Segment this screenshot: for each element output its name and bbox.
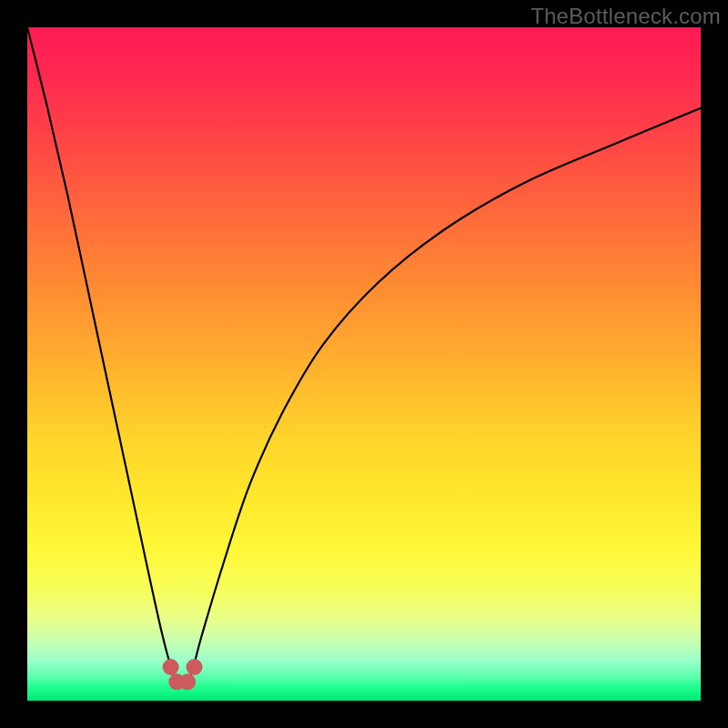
curve-layer: [27, 27, 701, 701]
dip-marker: [187, 659, 203, 675]
watermark-text: TheBottleneck.com: [531, 4, 721, 29]
outer-frame: TheBottleneck.com: [0, 0, 728, 728]
dip-marker: [163, 659, 179, 675]
bottleneck-curve: [27, 27, 701, 685]
dip-marker: [179, 673, 196, 690]
plot-area: [27, 27, 701, 701]
dip-markers: [163, 659, 203, 690]
